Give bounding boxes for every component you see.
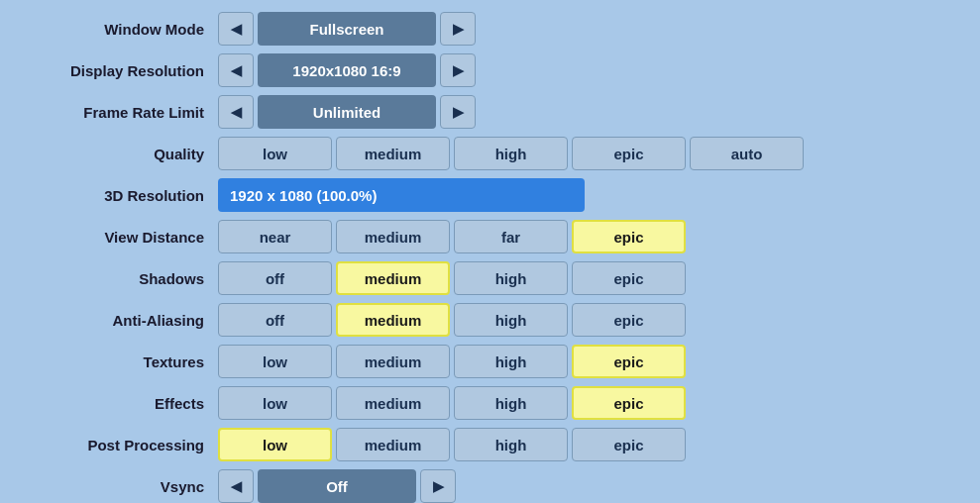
vsync-label: Vsync [20, 478, 218, 495]
shadows-control: off medium high epic [218, 261, 686, 295]
shadows-off-btn[interactable]: off [218, 261, 332, 295]
textures-label: Textures [20, 353, 218, 370]
window-mode-control: ◀ Fullscreen ▶ [218, 12, 476, 46]
post-processing-epic-btn[interactable]: epic [572, 428, 686, 461]
shadows-label: Shadows [20, 270, 218, 287]
quality-row: Quality low medium high epic auto [20, 135, 960, 172]
window-mode-label: Window Mode [20, 21, 218, 38]
quality-high-btn[interactable]: high [454, 137, 568, 170]
anti-aliasing-high-btn[interactable]: high [454, 303, 568, 337]
anti-aliasing-epic-btn[interactable]: epic [572, 303, 686, 337]
post-processing-control: low medium high epic [218, 428, 686, 461]
post-processing-row: Post Processing low medium high epic [20, 426, 960, 463]
quality-low-btn[interactable]: low [218, 137, 332, 170]
frame-rate-limit-value: Unlimited [258, 95, 436, 129]
view-distance-near-btn[interactable]: near [218, 220, 332, 253]
textures-medium-btn[interactable]: medium [336, 345, 450, 378]
textures-low-btn[interactable]: low [218, 345, 332, 378]
view-distance-medium-btn[interactable]: medium [336, 220, 450, 253]
quality-auto-btn[interactable]: auto [690, 137, 804, 170]
textures-row: Textures low medium high epic [20, 343, 960, 380]
frame-rate-limit-row: Frame Rate Limit ◀ Unlimited ▶ [20, 93, 960, 131]
resolution-3d-row: 3D Resolution 1920 x 1080 (100.0%) [20, 176, 960, 214]
display-resolution-label: Display Resolution [20, 62, 218, 79]
shadows-row: Shadows off medium high epic [20, 259, 960, 297]
display-resolution-prev[interactable]: ◀ [218, 53, 254, 87]
view-distance-control: near medium far epic [218, 220, 686, 253]
post-processing-label: Post Processing [20, 437, 218, 453]
effects-low-btn[interactable]: low [218, 386, 332, 420]
effects-high-btn[interactable]: high [454, 386, 568, 420]
shadows-high-btn[interactable]: high [454, 261, 568, 295]
quality-label: Quality [20, 146, 218, 162]
effects-control: low medium high epic [218, 386, 686, 420]
quality-epic-btn[interactable]: epic [572, 137, 686, 170]
textures-epic-btn[interactable]: epic [572, 345, 686, 378]
post-processing-low-btn[interactable]: low [218, 428, 332, 461]
display-resolution-row: Display Resolution ◀ 1920x1080 16:9 ▶ [20, 51, 960, 89]
vsync-next[interactable]: ▶ [420, 469, 456, 503]
effects-label: Effects [20, 395, 218, 412]
display-resolution-value: 1920x1080 16:9 [258, 53, 436, 87]
settings-panel: Window Mode ◀ Fullscreen ▶ Display Resol… [0, 0, 980, 503]
frame-rate-limit-control: ◀ Unlimited ▶ [218, 95, 476, 129]
anti-aliasing-label: Anti-Aliasing [20, 312, 218, 329]
post-processing-high-btn[interactable]: high [454, 428, 568, 461]
view-distance-label: View Distance [20, 229, 218, 246]
view-distance-far-btn[interactable]: far [454, 220, 568, 253]
display-resolution-control: ◀ 1920x1080 16:9 ▶ [218, 53, 476, 87]
frame-rate-limit-next[interactable]: ▶ [440, 95, 476, 129]
vsync-prev[interactable]: ◀ [218, 469, 254, 503]
textures-control: low medium high epic [218, 345, 686, 378]
vsync-row: Vsync ◀ Off ▶ [20, 467, 960, 503]
vsync-control: ◀ Off ▶ [218, 469, 456, 503]
frame-rate-limit-label: Frame Rate Limit [20, 104, 218, 121]
shadows-medium-btn[interactable]: medium [336, 261, 450, 295]
anti-aliasing-medium-btn[interactable]: medium [336, 303, 450, 337]
post-processing-medium-btn[interactable]: medium [336, 428, 450, 461]
window-mode-prev[interactable]: ◀ [218, 12, 254, 46]
shadows-epic-btn[interactable]: epic [572, 261, 686, 295]
view-distance-epic-btn[interactable]: epic [572, 220, 686, 253]
view-distance-row: View Distance near medium far epic [20, 218, 960, 255]
quality-medium-btn[interactable]: medium [336, 137, 450, 170]
window-mode-next[interactable]: ▶ [440, 12, 476, 46]
display-resolution-next[interactable]: ▶ [440, 53, 476, 87]
effects-epic-btn[interactable]: epic [572, 386, 686, 420]
resolution-3d-value: 1920 x 1080 (100.0%) [218, 178, 585, 212]
textures-high-btn[interactable]: high [454, 345, 568, 378]
quality-control: low medium high epic auto [218, 137, 804, 170]
anti-aliasing-off-btn[interactable]: off [218, 303, 332, 337]
resolution-3d-label: 3D Resolution [20, 187, 218, 204]
anti-aliasing-control: off medium high epic [218, 303, 686, 337]
frame-rate-limit-prev[interactable]: ◀ [218, 95, 254, 129]
anti-aliasing-row: Anti-Aliasing off medium high epic [20, 301, 960, 339]
vsync-value: Off [258, 469, 416, 503]
window-mode-value: Fullscreen [258, 12, 436, 46]
effects-row: Effects low medium high epic [20, 384, 960, 422]
window-mode-row: Window Mode ◀ Fullscreen ▶ [20, 10, 960, 48]
effects-medium-btn[interactable]: medium [336, 386, 450, 420]
